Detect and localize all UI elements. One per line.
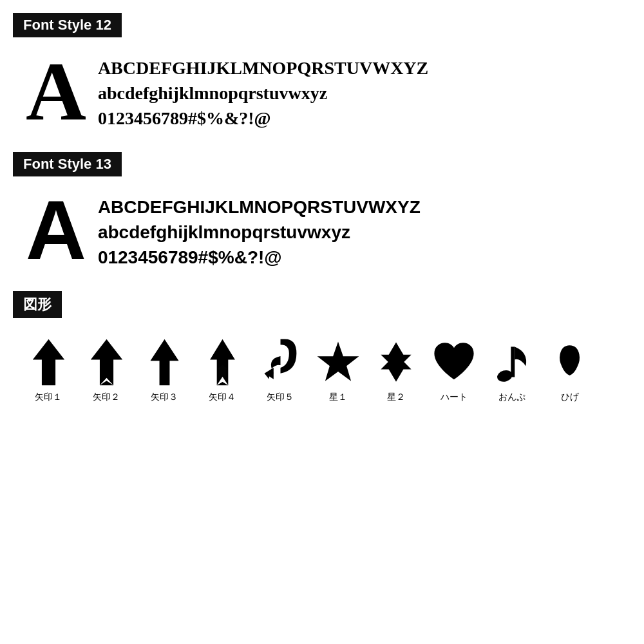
heart-icon xyxy=(431,336,477,388)
shape-yajirushi4: 矢印４ xyxy=(193,336,251,403)
font-style-13-section: Font Style 13 A ABCDEFGHIJKLMNOPQRSTUVWX… xyxy=(13,152,631,272)
shape-yajirushi3: 矢印３ xyxy=(135,336,193,403)
onpu-icon xyxy=(489,336,535,388)
yajirushi3-icon xyxy=(142,336,187,388)
shape-yajirushi1: 矢印１ xyxy=(19,336,77,403)
yajirushi5-icon xyxy=(258,336,303,388)
shapes-grid: 矢印１ 矢印２ 矢印３ xyxy=(13,336,631,403)
shape-heart: ハート xyxy=(425,336,483,403)
yajirushi4-icon xyxy=(200,336,245,388)
heart-label: ハート xyxy=(440,392,468,403)
font-style-12-line3: 0123456789#$%&?!@ xyxy=(98,106,428,131)
svg-marker-8 xyxy=(317,342,359,381)
shapes-section: 図形 矢印１ 矢印２ xyxy=(13,291,631,403)
font-style-13-label: Font Style 13 xyxy=(13,152,122,176)
font-style-12-line2: abcdefghijklmnopqrstuvwxyz xyxy=(98,80,428,106)
svg-marker-3 xyxy=(150,339,178,384)
yajirushi4-label: 矢印４ xyxy=(209,392,236,403)
shapes-label: 図形 xyxy=(13,291,62,318)
hige-label: ひげ xyxy=(561,392,579,403)
yajirushi1-label: 矢印１ xyxy=(35,392,62,403)
hoshi1-icon xyxy=(316,336,361,388)
shape-yajirushi2: 矢印２ xyxy=(77,336,135,403)
font-style-12-demo: A ABCDEFGHIJKLMNOPQRSTUVWXYZ abcdefghijk… xyxy=(13,49,631,133)
font-style-12-charlines: ABCDEFGHIJKLMNOPQRSTUVWXYZ abcdefghijklm… xyxy=(98,49,428,131)
font-style-13-charlines: ABCDEFGHIJKLMNOPQRSTUVWXYZ abcdefghijklm… xyxy=(98,188,421,270)
shape-hige: ひげ xyxy=(541,336,599,403)
hoshi2-label: 星２ xyxy=(387,392,405,403)
font-style-13-big-letter: A xyxy=(26,188,86,272)
yajirushi2-label: 矢印２ xyxy=(93,392,120,403)
shape-onpu: おんぷ xyxy=(483,336,541,403)
font-style-13-line1: ABCDEFGHIJKLMNOPQRSTUVWXYZ xyxy=(98,194,421,220)
hoshi1-label: 星１ xyxy=(329,392,347,403)
font-style-12-line1: ABCDEFGHIJKLMNOPQRSTUVWXYZ xyxy=(98,55,428,80)
hoshi2-icon xyxy=(374,336,419,388)
shape-hoshi1: 星１ xyxy=(309,336,367,403)
shape-hoshi2: 星２ xyxy=(367,336,425,403)
font-style-12-big-letter: A xyxy=(26,49,86,133)
svg-marker-9 xyxy=(381,342,411,381)
font-style-12-label: Font Style 12 xyxy=(13,13,122,37)
yajirushi1-icon xyxy=(26,336,71,388)
svg-marker-0 xyxy=(32,339,64,384)
hige-icon xyxy=(547,336,592,388)
onpu-label: おんぷ xyxy=(498,392,526,403)
yajirushi3-label: 矢印３ xyxy=(151,392,178,403)
shape-yajirushi5: 矢印５ xyxy=(251,336,309,403)
yajirushi5-label: 矢印５ xyxy=(267,392,294,403)
font-style-12-section: Font Style 12 A ABCDEFGHIJKLMNOPQRSTUVWX… xyxy=(13,13,631,133)
font-style-13-line2: abcdefghijklmnopqrstuvwxyz xyxy=(98,220,421,245)
font-style-13-line3: 0123456789#$%&?!@ xyxy=(98,245,421,270)
yajirushi2-icon xyxy=(84,336,129,388)
svg-rect-11 xyxy=(511,346,515,377)
font-style-13-demo: A ABCDEFGHIJKLMNOPQRSTUVWXYZ abcdefghijk… xyxy=(13,188,631,272)
